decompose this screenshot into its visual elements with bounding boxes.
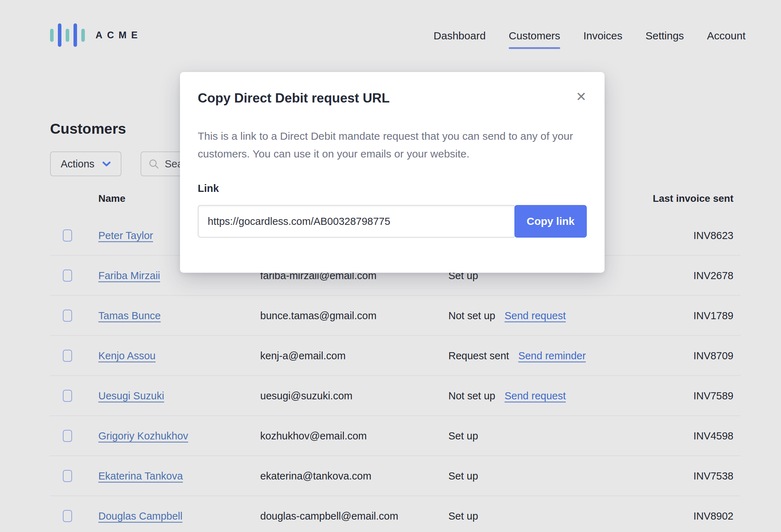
customer-name-link[interactable]: Peter Taylor [98,229,153,241]
last-invoice: INV7589 [693,390,733,401]
link-url-input[interactable] [198,205,516,238]
last-invoice: INV2678 [693,270,733,281]
customer-name-link[interactable]: Uesugi Suzuki [98,390,164,401]
nav-item-account[interactable]: Account [707,30,746,49]
link-label: Link [198,183,587,194]
chevron-down-icon [102,161,111,167]
last-invoice: INV4598 [693,430,733,442]
customer-email: kozhukhov@email.com [260,430,367,442]
last-invoice: INV8709 [693,350,733,361]
status-text: Set up [448,430,478,442]
last-invoice: INV8623 [693,229,733,241]
table-row: Douglas Campbell douglas-campbell@email.… [50,496,741,532]
search-icon [148,159,159,169]
status-action-link[interactable]: Send request [504,390,566,401]
nav-item-dashboard[interactable]: Dashboard [433,30,486,49]
dialog-description: This is a link to a Direct Debit mandate… [198,127,581,163]
customer-email: douglas-campbell@email.com [260,510,398,522]
customer-name-link[interactable]: Ekaterina Tankova [98,470,183,482]
copy-link-button[interactable]: Copy link [514,205,587,238]
customer-email: ekaterina@tankova.com [260,470,371,482]
page-title: Customers [50,120,126,137]
table-row: Grigoriy Kozhukhov kozhukhov@email.com S… [50,416,741,456]
dialog-title: Copy Direct Debit request URL [198,90,587,106]
row-checkbox[interactable] [63,430,72,442]
status-text: Not set up [448,310,495,321]
row-checkbox[interactable] [63,390,72,402]
status-cell: Not set up Send request [448,310,566,321]
customer-name-link[interactable]: Kenjo Assou [98,350,155,361]
actions-button-label: Actions [61,158,94,170]
close-icon[interactable]: ✕ [573,89,589,105]
column-header-name: Name [98,193,125,204]
row-checkbox[interactable] [63,229,72,242]
copy-direct-debit-url-dialog: Copy Direct Debit request URL ✕ This is … [180,72,605,273]
row-checkbox[interactable] [63,470,72,482]
customer-name-link[interactable]: Douglas Campbell [98,510,182,522]
status-action-link[interactable]: Send reminder [518,350,586,361]
customer-name-link[interactable]: Tamas Bunce [98,310,161,321]
row-checkbox[interactable] [63,510,72,522]
last-invoice: INV7538 [693,470,733,482]
nav-item-invoices[interactable]: Invoices [583,30,622,49]
status-text: Set up [448,470,478,482]
status-text: Request sent [448,350,509,361]
table-row: Kenjo Assou kenj-a@email.com Request sen… [50,336,741,376]
brand-name: ACME [95,30,142,41]
customer-email: kenj-a@email.com [260,350,346,361]
status-cell: Request sent Send reminder [448,350,586,361]
customer-email: uesugi@suzuki.com [260,390,353,401]
customer-name-link[interactable]: Fariba Mirzaii [98,270,160,281]
customer-name-link[interactable]: Grigoriy Kozhukhov [98,430,188,442]
column-header-last-invoice: Last invoice sent [653,193,733,204]
status-cell: Set up [448,470,478,482]
status-text: Set up [448,510,478,522]
table-row: Uesugi Suzuki uesugi@suzuki.com Not set … [50,376,741,416]
last-invoice: INV8902 [693,510,733,522]
nav-item-customers[interactable]: Customers [509,30,560,49]
table-row: Tamas Bunce bunce.tamas@gmail.com Not se… [50,296,741,336]
row-checkbox[interactable] [63,270,72,282]
last-invoice: INV1789 [693,310,733,321]
logo-bars-icon [50,23,85,47]
row-checkbox[interactable] [63,310,72,322]
status-action-link[interactable]: Send request [504,310,566,321]
link-row: Copy link [198,205,587,238]
status-cell: Not set up Send request [448,390,566,401]
status-cell: Set up [448,430,478,442]
nav-item-settings[interactable]: Settings [645,30,684,49]
customer-email: bunce.tamas@gmail.com [260,310,377,321]
acme-logo: ACME [50,23,142,47]
top-bar: ACME Dashboard Customers Invoices Settin… [0,0,781,57]
table-row: Ekaterina Tankova ekaterina@tankova.com … [50,456,741,496]
main-nav: Dashboard Customers Invoices Settings Ac… [433,30,746,49]
row-checkbox[interactable] [63,350,72,362]
actions-button[interactable]: Actions [50,151,121,176]
status-text: Not set up [448,390,495,401]
status-cell: Set up [448,510,478,522]
